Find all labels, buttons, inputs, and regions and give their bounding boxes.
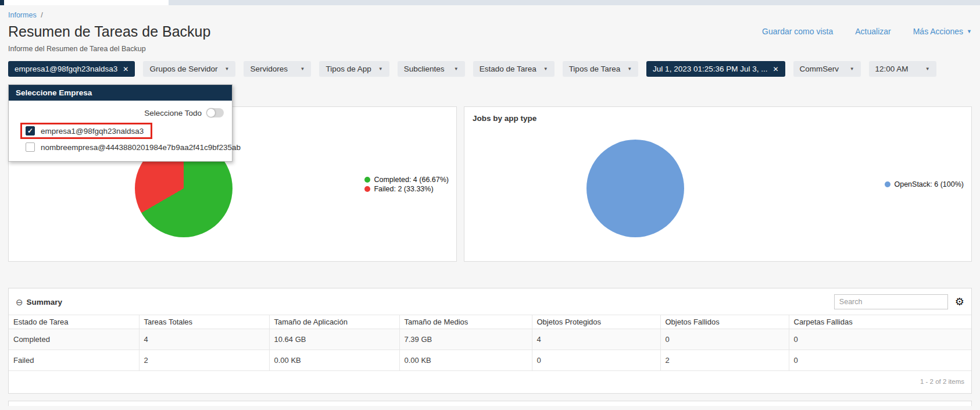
legend-item: OpenStack: 6 (100%) (885, 180, 964, 188)
filter-chip-6[interactable]: Tipos de Tarea▼ (563, 61, 638, 77)
company-option-label: nombreempresa@4443880201984e7b9aa2f41c9b… (41, 143, 241, 152)
legend-item: Failed: 2 (33.33%) (364, 185, 449, 193)
filter-chip-2[interactable]: Servidores▼ (244, 61, 311, 77)
select-all-toggle[interactable] (206, 108, 224, 117)
filter-chip-label: Grupos de Servidor (149, 65, 217, 73)
page-actions: Guardar como vistaActualizarMás Acciones… (762, 27, 972, 36)
filter-chip-7[interactable]: Jul 1, 2023 01:25:36 PM Jul 3, ...✕ (646, 61, 785, 77)
dropdown-title: Seleccione Empresa (9, 85, 232, 101)
legend-item-label: Failed: 2 (33.33%) (374, 185, 433, 193)
top-browser-strip (0, 0, 980, 5)
select-all-row: Seleccione Todo (16, 108, 224, 117)
page-subtitle: Informe del Resumen de Tarea del Backup (8, 45, 972, 53)
collapse-section-icon[interactable]: ⊖ (16, 298, 23, 306)
filter-chip-5[interactable]: Estado de Tarea▼ (473, 61, 555, 77)
summary-table: Estado de TareaTareas TotalesTamaño de A… (9, 315, 971, 371)
filter-chip-0[interactable]: empresa1@98fgqh23naldsa3✕ (8, 61, 135, 77)
company-option-0[interactable]: ✓empresa1@98fgqh23naldsa3 (26, 126, 144, 136)
column-header: Tareas Totales (139, 315, 269, 329)
column-header: Tamaño de Medios (399, 315, 532, 329)
legend-item-label: OpenStack: 6 (100%) (894, 180, 964, 188)
column-header: Carpetas Fallidas (789, 315, 971, 329)
table-cell: 0.00 KB (399, 350, 532, 371)
jobs-by-app-type-pie-chart (586, 140, 684, 237)
remove-filter-icon[interactable]: ✕ (772, 65, 778, 73)
table-cell: Failed (9, 350, 139, 371)
table-cell: Completed (9, 329, 139, 350)
checkbox-checked[interactable]: ✓ (26, 126, 35, 136)
column-header: Estado de Tarea (9, 315, 139, 329)
summary-panel: ⊖ Summary ⚙ Estado de TareaTareas Totale… (8, 288, 972, 394)
filter-chip-9[interactable]: 12:00 AM▼ (869, 61, 936, 77)
summary-title: ⊖ Summary (16, 298, 62, 306)
filter-chip-3[interactable]: Tipos de App▼ (319, 61, 389, 77)
filter-chip-label: Jul 1, 2023 01:25:36 PM Jul 3, ... (653, 65, 767, 73)
jobs-by-app-type-card: Jobs by app type OpenStack: 6 (100%) (464, 106, 972, 262)
dropdown-option-list: ✓empresa1@98fgqh23naldsa3nombreempresa@4… (16, 122, 225, 154)
chart-title: Jobs by app type (473, 114, 537, 123)
action-link-label: Actualizar (855, 27, 890, 36)
filter-chip-4[interactable]: Subclientes▼ (398, 61, 465, 77)
legend-color-dot (364, 177, 370, 183)
filter-chip-label: Subclientes (404, 65, 445, 73)
company-select-dropdown: Seleccione Empresa Seleccione Todo ✓empr… (8, 84, 233, 162)
jobs-by-status-legend: Completed: 4 (66.67%)Failed: 2 (33.33%) (364, 174, 449, 194)
table-cell: 0 (789, 350, 971, 371)
chevron-down-icon: ▼ (850, 66, 854, 72)
legend-color-dot (364, 186, 370, 192)
company-option-1[interactable]: nombreempresa@4443880201984e7b9aa2f41c9b… (16, 140, 225, 154)
table-cell: 4 (139, 329, 269, 350)
table-cell: 0.00 KB (269, 350, 399, 371)
column-header: Objetos Fallidos (660, 315, 789, 329)
table-row: Failed20.00 KB0.00 KB020 (9, 350, 971, 371)
filter-bar: empresa1@98fgqh23naldsa3✕Grupos de Servi… (8, 61, 972, 77)
action-link-label: Guardar como vista (762, 27, 833, 36)
chevron-down-icon: ▼ (925, 66, 930, 72)
filter-chip-label: Tipos de App (326, 65, 371, 73)
breadcrumb-link-informes[interactable]: Informes (8, 11, 37, 19)
legend-item-label: Completed: 4 (66.67%) (374, 176, 449, 184)
table-cell: 2 (660, 350, 789, 371)
breadcrumb-separator: / (41, 11, 42, 19)
chevron-down-icon: ▼ (627, 66, 632, 72)
header-row: Resumen de Tareas de Backup Guardar como… (8, 22, 972, 41)
annotation-highlight: ✓empresa1@98fgqh23naldsa3 (20, 123, 152, 139)
chevron-down-icon: ▼ (967, 28, 972, 34)
top-strip-white-segment (4, 0, 169, 5)
legend-item: Completed: 4 (66.67%) (364, 176, 449, 184)
toggle-knob (207, 109, 215, 117)
page-title: Resumen de Tareas de Backup (8, 22, 210, 41)
table-cell: 2 (139, 350, 269, 371)
action-link-actualizar[interactable]: Actualizar (855, 27, 890, 36)
column-header: Objetos Protegidos (532, 315, 660, 329)
summary-header: ⊖ Summary ⚙ (9, 288, 971, 315)
filter-chip-8[interactable]: CommServ▼ (793, 61, 861, 77)
remove-filter-icon[interactable]: ✕ (123, 65, 128, 73)
checkbox-unchecked[interactable] (26, 142, 35, 152)
filter-chip-label: CommServ (800, 65, 839, 73)
action-link-guardar-como-vista[interactable]: Guardar como vista (762, 27, 833, 36)
search-input[interactable] (834, 294, 948, 309)
top-strip-gray-segment (169, 0, 980, 5)
legend-color-dot (885, 181, 890, 187)
gear-icon[interactable]: ⚙ (955, 297, 964, 307)
next-panel-edge (8, 401, 972, 406)
jobs-by-app-type-legend: OpenStack: 6 (100%) (885, 179, 964, 190)
table-cell: 4 (532, 329, 660, 350)
select-all-label: Seleccione Todo (144, 109, 202, 117)
chevron-down-icon: ▼ (454, 66, 459, 72)
table-toolbar: ⚙ (834, 294, 964, 309)
breadcrumb: Informes / (8, 11, 972, 19)
filter-chip-1[interactable]: Grupos de Servidor▼ (143, 61, 235, 77)
filter-chip-label: Tipos de Tarea (569, 65, 621, 73)
chevron-down-icon: ▼ (224, 66, 229, 72)
pagination-status: 1 - 2 of 2 items (9, 371, 971, 393)
table-cell: 0 (660, 329, 789, 350)
dropdown-body: Seleccione Todo ✓empresa1@98fgqh23naldsa… (9, 101, 232, 161)
action-link-m-s-acciones[interactable]: Más Acciones▼ (913, 27, 972, 36)
chevron-down-icon: ▼ (543, 66, 548, 72)
table-cell: 0 (532, 350, 660, 371)
table-row: Completed410.64 GB7.39 GB400 (9, 329, 971, 350)
company-option-label: empresa1@98fgqh23naldsa3 (41, 127, 144, 136)
summary-title-label: Summary (27, 298, 63, 306)
